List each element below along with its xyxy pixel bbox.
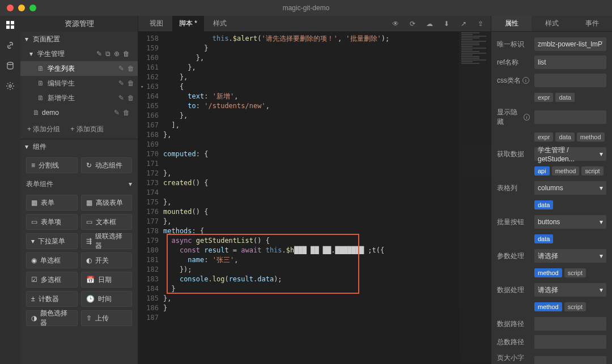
tag-method[interactable]: method xyxy=(552,166,580,175)
edit-icon[interactable]: ✎ xyxy=(96,50,102,58)
editor-area: 视图 脚本 * 样式 👁 ⟳ ☁ ⬇ ↗ ⇪ 15815916016116216… xyxy=(138,16,491,364)
tab-view[interactable]: 视图 xyxy=(143,16,170,32)
refresh-icon[interactable]: ⟳ xyxy=(407,20,418,28)
tag-data[interactable]: data xyxy=(534,200,553,209)
uid-input[interactable] xyxy=(534,37,606,51)
svg-rect-2 xyxy=(6,25,10,29)
delete-icon[interactable]: 🗑 xyxy=(128,79,134,87)
component-section[interactable]: ▾ 组件 xyxy=(20,139,138,154)
tab-props[interactable]: 属性 xyxy=(491,16,532,31)
delete-icon[interactable]: 🗑 xyxy=(123,50,130,58)
delete-icon[interactable]: 🗑 xyxy=(128,65,134,72)
file-icon: 🗎 xyxy=(33,109,40,117)
form-group-header[interactable]: 表单组件 ▾ xyxy=(20,177,138,191)
delete-icon[interactable]: 🗑 xyxy=(128,94,134,102)
download-icon[interactable]: ⬇ xyxy=(441,20,452,28)
tree-item-student-add[interactable]: 🗎 新增学生 ✎ 🗑 xyxy=(20,91,138,105)
comp-date[interactable]: 📅日期 xyxy=(81,272,133,288)
gear-icon[interactable] xyxy=(3,79,17,93)
edit-icon[interactable]: ✎ xyxy=(118,94,124,102)
tag-expr[interactable]: expr xyxy=(534,93,553,102)
tab-style[interactable]: 样式 xyxy=(532,16,572,31)
add-group-button[interactable]: + 添加分组 xyxy=(27,125,60,134)
param-select[interactable]: 请选择▾ xyxy=(534,249,606,263)
tree-item-student-edit[interactable]: 🗎 编辑学生 ✎ 🗑 xyxy=(20,76,138,91)
grid-icon[interactable] xyxy=(3,18,17,32)
comp-switch[interactable]: ◐开关 xyxy=(81,252,133,268)
tag-data[interactable]: data xyxy=(534,234,553,243)
edit-icon[interactable]: ✎ xyxy=(118,65,124,72)
demo-item[interactable]: 🗎 demo ✎ 🗑 xyxy=(20,105,138,120)
eye-icon[interactable]: 👁 xyxy=(390,20,401,28)
comp-form[interactable]: ▦表单 xyxy=(26,195,78,211)
share-icon[interactable]: ⇪ xyxy=(475,20,486,28)
tab-script[interactable]: 脚本 * xyxy=(172,16,204,32)
ref-input[interactable] xyxy=(534,55,606,69)
tab-style[interactable]: 样式 xyxy=(206,16,233,32)
prop-label-uid: 唯一标识 xyxy=(497,40,530,49)
comp-upload[interactable]: ⇧上传 xyxy=(81,310,133,326)
chevron-down-icon: ▾ xyxy=(29,50,35,58)
tag-method[interactable]: method xyxy=(534,302,562,311)
prop-label-totalpath: 总数路径 xyxy=(497,337,530,347)
student-manage-section[interactable]: ▾ 学生管理 ✎ ⧉ ⊕ 🗑 xyxy=(20,46,138,61)
add-page-icon[interactable]: ⊕ xyxy=(114,50,120,58)
comp-textbox[interactable]: ▭文本框 xyxy=(81,214,133,230)
comp-dropdown[interactable]: ▾下拉菜单 xyxy=(26,233,78,249)
comp-color[interactable]: ◑颜色选择器 xyxy=(26,310,78,326)
tag-script[interactable]: script xyxy=(564,268,586,277)
item-icon: ▭ xyxy=(31,218,37,226)
database-icon[interactable] xyxy=(3,59,17,72)
svg-point-4 xyxy=(7,62,13,65)
chevron-down-icon: ▾ xyxy=(600,150,603,158)
edit-icon[interactable]: ✎ xyxy=(114,109,120,117)
svg-rect-0 xyxy=(6,21,10,24)
comp-checkbox[interactable]: ☑多选框 xyxy=(26,272,78,288)
prop-label-css: css类名i xyxy=(497,76,530,85)
css-input[interactable] xyxy=(534,74,606,87)
tag-data[interactable]: data xyxy=(555,93,574,102)
loop-icon: ↻ xyxy=(86,161,92,169)
cols-select[interactable]: columns▾ xyxy=(534,181,606,195)
textbox-icon: ▭ xyxy=(86,218,92,226)
pagesize-input[interactable] xyxy=(534,356,606,364)
prop-label-ref: ref名称 xyxy=(497,58,530,67)
datapath-input[interactable] xyxy=(534,317,606,331)
copy-icon[interactable]: ⧉ xyxy=(105,50,110,58)
tag-api[interactable]: api xyxy=(534,166,550,175)
tag-expr[interactable]: expr xyxy=(534,132,553,142)
comp-adv-form[interactable]: ▦高级表单 xyxy=(81,195,133,211)
comp-cascader[interactable]: ⇶级联选择器 xyxy=(81,233,133,249)
comp-dynamic[interactable]: ↻动态组件 xyxy=(81,157,133,173)
file-icon: 🗎 xyxy=(37,65,44,72)
tree-item-student-list[interactable]: 🗎 学生列表 ✎ 🗑 xyxy=(20,61,138,76)
external-link-icon[interactable]: ↗ xyxy=(458,20,469,28)
cloud-upload-icon[interactable]: ☁ xyxy=(424,20,435,28)
totalpath-input[interactable] xyxy=(534,335,606,349)
comp-radio[interactable]: ◉单选框 xyxy=(26,252,78,268)
color-icon: ◑ xyxy=(31,314,37,322)
visible-input[interactable] xyxy=(534,110,606,124)
tag-script[interactable]: script xyxy=(581,166,603,175)
batch-select[interactable]: buttons▾ xyxy=(534,215,606,229)
tag-data[interactable]: data xyxy=(555,132,574,142)
add-page-button[interactable]: + 添加页面 xyxy=(70,125,103,134)
switch-icon: ◐ xyxy=(86,256,92,264)
dataproc-select[interactable]: 请选择▾ xyxy=(534,283,606,297)
comp-counter[interactable]: ±计数器 xyxy=(26,291,78,307)
info-icon[interactable]: i xyxy=(522,77,529,84)
fetch-select[interactable]: 学生管理 / getStuden...▾ xyxy=(534,147,606,161)
edit-icon[interactable]: ✎ xyxy=(118,79,124,87)
comp-form-item[interactable]: ▭表单项 xyxy=(26,214,78,230)
delete-icon[interactable]: 🗑 xyxy=(123,109,130,117)
code-editor[interactable]: this.$alert('请先选择要删除的项！', '批量删除'); } }, … xyxy=(163,32,491,364)
tag-method[interactable]: method xyxy=(534,268,562,277)
page-config-section[interactable]: ▾ 页面配置 xyxy=(20,32,138,46)
tag-script[interactable]: script xyxy=(564,302,586,311)
info-icon[interactable]: i xyxy=(524,114,530,121)
link-icon[interactable] xyxy=(3,38,17,52)
comp-splitter[interactable]: ≡分割线 xyxy=(26,157,78,173)
tab-events[interactable]: 事件 xyxy=(572,16,612,31)
comp-time[interactable]: 🕒时间 xyxy=(81,291,133,307)
tag-method[interactable]: method xyxy=(577,132,605,142)
